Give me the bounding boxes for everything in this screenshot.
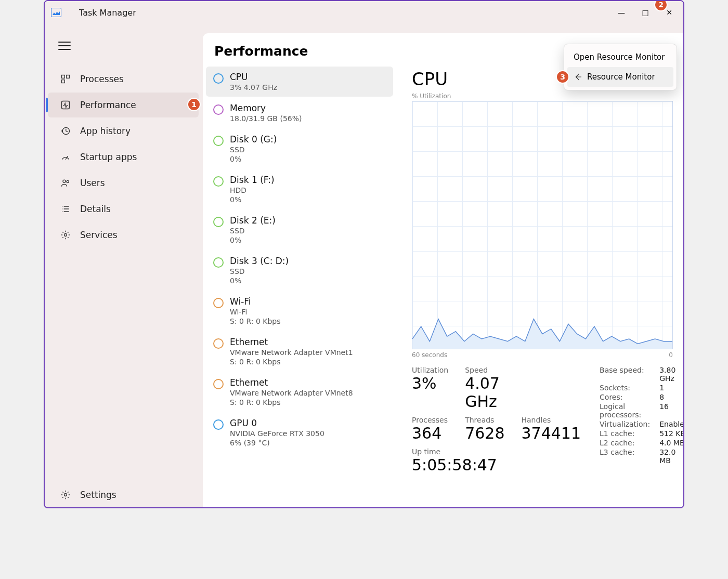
svg-point-6 bbox=[67, 180, 69, 182]
stat-val: 374411 bbox=[522, 424, 581, 442]
x-left: 60 seconds bbox=[412, 351, 447, 359]
x-axis: 60 seconds 0 bbox=[412, 351, 673, 359]
ring-icon bbox=[213, 176, 224, 187]
nav-details[interactable]: Details bbox=[48, 196, 199, 221]
ring-icon bbox=[213, 338, 224, 349]
perf-sub: SSD bbox=[230, 267, 289, 275]
nav-settings[interactable]: Settings bbox=[48, 482, 199, 507]
perf-item-disk-1-f-[interactable]: Disk 1 (F:) HDD 0% bbox=[206, 169, 393, 209]
stat-key: L2 cache: bbox=[600, 439, 650, 447]
perf-sub: 0% bbox=[230, 195, 275, 204]
stat-label: Utilization bbox=[412, 366, 448, 374]
perf-item-disk-2-e-[interactable]: Disk 2 (E:) SSD 0% bbox=[206, 210, 393, 249]
y-axis-label: % Utilization bbox=[412, 93, 673, 100]
cpu-chart-svg bbox=[412, 101, 672, 349]
perf-sub: HDD bbox=[230, 186, 275, 194]
svg-rect-0 bbox=[62, 75, 65, 78]
grid-icon bbox=[60, 74, 71, 84]
stat-val: 32.0 MB bbox=[659, 448, 683, 465]
perf-title: Wi-Fi bbox=[230, 296, 280, 307]
dropdown-resource-monitor[interactable]: Resource Monitor 3 bbox=[567, 67, 673, 87]
app-icon bbox=[51, 8, 61, 17]
nav-users[interactable]: Users bbox=[48, 170, 199, 195]
nav-list: Processes Performance 1 App history Star… bbox=[45, 67, 202, 247]
perf-item-cpu[interactable]: CPU 3% 4.07 GHz bbox=[206, 67, 393, 97]
perf-item-gpu-0[interactable]: GPU 0 NVIDIA GeForce RTX 3050 6% (39 °C) bbox=[206, 413, 393, 452]
stat-val: 5:05:58:47 bbox=[412, 456, 581, 474]
stat-key: Base speed: bbox=[600, 366, 650, 383]
stat-key: Virtualization: bbox=[600, 420, 650, 428]
perf-sub: 6% (39 °C) bbox=[230, 439, 324, 447]
nav-processes[interactable]: Processes bbox=[48, 67, 199, 91]
list-icon bbox=[60, 204, 71, 214]
users-icon bbox=[60, 178, 71, 188]
perf-sub: 18.0/31.9 GB (56%) bbox=[230, 114, 302, 123]
nav-app-history[interactable]: App history bbox=[48, 119, 199, 143]
nav-performance[interactable]: Performance 1 bbox=[48, 93, 199, 117]
stat-label: Up time bbox=[412, 448, 581, 456]
nav-label: App history bbox=[80, 126, 131, 136]
stat-val: 3.80 GHz bbox=[659, 366, 683, 383]
stat-label: Processes bbox=[412, 416, 448, 424]
hamburger-button[interactable] bbox=[53, 36, 76, 55]
svg-point-5 bbox=[63, 180, 66, 182]
ring-icon bbox=[213, 379, 224, 389]
ring-icon bbox=[213, 419, 224, 430]
ring-icon bbox=[213, 136, 224, 146]
page-title: Performance bbox=[214, 44, 576, 59]
stat-val: 1 bbox=[659, 384, 683, 392]
svg-point-7 bbox=[64, 234, 67, 236]
stat-val: 16 bbox=[659, 402, 683, 419]
svg-rect-1 bbox=[67, 75, 70, 78]
stat-val: 512 KB bbox=[659, 429, 683, 438]
stat-key: L3 cache: bbox=[600, 448, 650, 465]
perf-sub: S: 0 R: 0 Kbps bbox=[230, 317, 280, 325]
nav-label: Processes bbox=[80, 74, 124, 84]
ring-icon bbox=[213, 217, 224, 227]
stat-val: 7628 bbox=[465, 424, 504, 442]
content-body: CPU 3% 4.07 GHz Memory 18.0/31.9 GB (56%… bbox=[203, 65, 683, 507]
stat-key: L1 cache: bbox=[600, 429, 650, 438]
perf-item-memory[interactable]: Memory 18.0/31.9 GB (56%) bbox=[206, 98, 393, 128]
speedometer-icon bbox=[60, 152, 71, 162]
stat-key: Logical processors: bbox=[600, 402, 650, 419]
perf-sub: S: 0 R: 0 Kbps bbox=[230, 398, 353, 406]
ring-icon bbox=[213, 104, 224, 115]
ring-icon bbox=[213, 257, 224, 268]
nav-label: Details bbox=[80, 204, 111, 214]
stat-key: Cores: bbox=[600, 393, 650, 401]
stat-label: Speed bbox=[465, 366, 504, 374]
nav-startup-apps[interactable]: Startup apps bbox=[48, 144, 199, 169]
nav-label: Startup apps bbox=[80, 152, 137, 162]
dropdown-label: Open Resource Monitor bbox=[574, 52, 665, 62]
task-manager-window: Task Manager — □ ✕ Processes Performance… bbox=[44, 0, 684, 508]
perf-title: Disk 3 (C: D:) bbox=[230, 256, 289, 266]
ring-icon bbox=[213, 73, 224, 84]
perf-sub: SSD bbox=[230, 227, 276, 235]
perf-sub: 0% bbox=[230, 277, 289, 285]
perf-item-ethernet[interactable]: Ethernet VMware Network Adapter VMnet1 S… bbox=[206, 332, 393, 371]
stats-right: Base speed:3.80 GHzSockets:1Cores:8Logic… bbox=[600, 366, 683, 474]
perf-item-disk-3-c-d-[interactable]: Disk 3 (C: D:) SSD 0% bbox=[206, 251, 393, 290]
dropdown-label: Resource Monitor bbox=[587, 72, 655, 82]
perf-item-disk-0-g-[interactable]: Disk 0 (G:) SSD 0% bbox=[206, 129, 393, 168]
share-icon bbox=[574, 72, 583, 82]
stat-key: Sockets: bbox=[600, 384, 650, 392]
perf-title: Ethernet bbox=[230, 337, 353, 347]
svg-rect-2 bbox=[62, 80, 65, 83]
minimize-button[interactable]: — bbox=[609, 2, 633, 23]
dropdown-open-resource-monitor[interactable]: Open Resource Monitor bbox=[567, 47, 673, 67]
detail-pane: CPU AMD Ryzen 7 5 % Utilization 60 secon… bbox=[396, 65, 683, 507]
perf-sub: 0% bbox=[230, 236, 276, 244]
more-dropdown: Open Resource Monitor Resource Monitor 3 bbox=[564, 44, 677, 90]
perf-item-wi-fi[interactable]: Wi-Fi Wi-Fi S: 0 R: 0 Kbps bbox=[206, 291, 393, 331]
perf-title: GPU 0 bbox=[230, 418, 324, 428]
svg-point-8 bbox=[64, 494, 67, 496]
stat-val: Enabled bbox=[659, 420, 683, 428]
callout-badge-3: 3 bbox=[556, 70, 569, 84]
nav-label: Settings bbox=[80, 490, 116, 500]
perf-item-ethernet[interactable]: Ethernet VMware Network Adapter VMnet8 S… bbox=[206, 372, 393, 412]
perf-title: Ethernet bbox=[230, 377, 353, 388]
stat-label: Threads bbox=[465, 416, 504, 424]
nav-services[interactable]: Services bbox=[48, 222, 199, 247]
